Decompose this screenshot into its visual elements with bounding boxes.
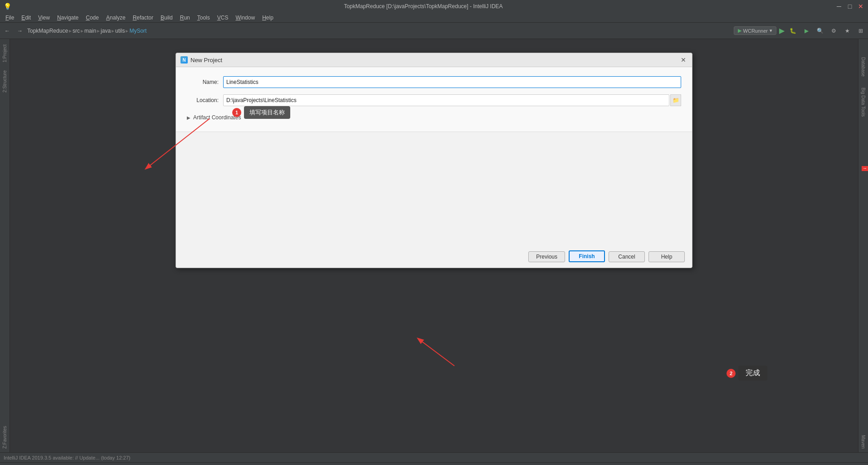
menu-view[interactable]: View [34,14,54,22]
run-config-icon: ▶ [738,28,741,34]
menu-file[interactable]: File [2,14,18,22]
menu-code[interactable]: Code [82,14,102,22]
callout-2-tooltip: 完成 [738,366,767,381]
breadcrumb-utils[interactable]: utils [115,28,125,34]
main-area: 1:Project 2:Structure Z:Favorites N New … [0,39,868,452]
new-project-dialog: N New Project ✕ Name: Location: [176,53,692,268]
debug-button[interactable]: 🐛 [787,25,798,36]
run-config-name: WCRunner [743,28,768,34]
minimize-button[interactable]: ─ [835,3,843,10]
run-config-selector[interactable]: ▶ WCRunner ▾ [734,26,776,35]
callout-2: 2 完成 [727,366,767,381]
title-bar-left: 💡 [4,3,11,10]
menu-tools[interactable]: Tools [194,14,214,22]
title-bar-title: TopkMapReduce [D:\javaProjects\TopkMapRe… [11,3,835,10]
toolbar: ← → TopkMapReduce ▸ src ▸ main ▸ java ▸ … [0,23,868,39]
settings-button[interactable]: ⚙ [828,25,839,36]
menu-window[interactable]: Window [232,14,258,22]
location-input[interactable] [223,94,669,106]
menu-refactor[interactable]: Refactor [129,14,157,22]
name-input[interactable] [223,76,681,88]
coverage-button[interactable]: ▶ [801,25,812,36]
info-text: IntelliJ IDEA 2019.3.5 available: // Upd… [4,455,130,460]
toolbar-right: ▶ WCRunner ▾ ▶ 🐛 ▶ 🔍 ⚙ ★ ⊞ [734,25,866,36]
menu-edit[interactable]: Edit [18,14,34,22]
dialog-body: Name: Location: 📁 ▶ [176,67,692,132]
close-button[interactable]: ✕ [857,3,864,10]
menu-navigate[interactable]: Navigate [54,14,82,22]
run-config-dropdown-icon: ▾ [770,28,772,34]
app-icon: 💡 [4,3,11,10]
artifact-expand-icon: ▶ [187,115,190,120]
dialog-footer: Previous Finish Cancel Help [176,132,692,268]
run-button[interactable]: ▶ [779,26,785,35]
back-button[interactable]: ← [2,25,13,36]
help-button[interactable]: Help [649,251,685,262]
breadcrumb-src[interactable]: src [73,28,80,34]
notification-tab[interactable]: ! [862,166,868,171]
dialog-close-button[interactable]: ✕ [679,56,688,64]
breadcrumb-project[interactable]: TopkMapReduce [27,28,68,34]
browse-button[interactable]: 📁 [670,94,681,106]
title-bar: 💡 TopkMapReduce [D:\javaProjects\TopkMap… [0,0,868,13]
breadcrumb-main[interactable]: main [84,28,96,34]
dialog-overlay: N New Project ✕ Name: Location: [10,39,858,452]
menu-bar: File Edit View Navigate Code Analyze Ref… [0,13,868,23]
breadcrumb-mysort[interactable]: MySort [129,28,146,34]
menu-build[interactable]: Build [157,14,176,22]
sidebar-tab-favorites[interactable]: Z:Favorites [1,422,8,452]
maximize-button[interactable]: □ [846,3,853,10]
menu-help[interactable]: Help [258,14,277,22]
callout-1-tooltip: 填写项目名称 [244,106,290,119]
location-label: Location: [187,97,223,103]
menu-vcs[interactable]: VCS [214,14,232,22]
sidebar-tab-structure[interactable]: 2:Structure [1,67,8,96]
breadcrumb-java[interactable]: java [101,28,111,34]
right-sidebar: Database Big Data Tools Maven ! [858,39,868,452]
previous-button[interactable]: Previous [528,251,565,262]
menu-run[interactable]: Run [176,14,194,22]
finish-button[interactable]: Finish [569,250,605,262]
dialog-title-bar: N New Project ✕ [176,53,692,67]
menu-analyze[interactable]: Analyze [102,14,129,22]
title-bar-controls: ─ □ ✕ [835,3,864,10]
info-bar: IntelliJ IDEA 2019.3.5 available: // Upd… [0,452,868,462]
location-row: Location: 📁 [187,94,681,106]
callout-1: 1 填写项目名称 [232,106,290,119]
dialog-icon: N [180,56,188,64]
content-area: N New Project ✕ Name: Location: [10,39,858,452]
sidebar-tab-project[interactable]: 1:Project [1,41,8,66]
name-row: Name: [187,76,681,88]
bookmark-button[interactable]: ★ [842,25,853,36]
sidebar-tab-database[interactable]: Database [861,57,866,77]
forward-button[interactable]: → [15,25,25,36]
sidebar-tab-bigdata[interactable]: Big Data Tools [861,88,866,117]
callout-1-badge: 1 [232,108,241,117]
breadcrumb: TopkMapReduce ▸ src ▸ main ▸ java ▸ util… [27,28,146,34]
location-input-wrap [223,94,669,106]
callout-2-badge: 2 [727,369,736,378]
sidebar-tab-maven[interactable]: Maven [861,435,866,452]
name-label: Name: [187,79,223,85]
left-sidebar: 1:Project 2:Structure Z:Favorites [0,39,10,452]
cancel-button[interactable]: Cancel [609,251,645,262]
layout-button[interactable]: ⊞ [855,25,866,36]
search-button[interactable]: 🔍 [814,25,825,36]
dialog-title: N New Project [180,56,222,64]
status-bar: ▣ Terminal ◎ Zeppelin ⚡ Spark monitoring… [0,462,868,465]
